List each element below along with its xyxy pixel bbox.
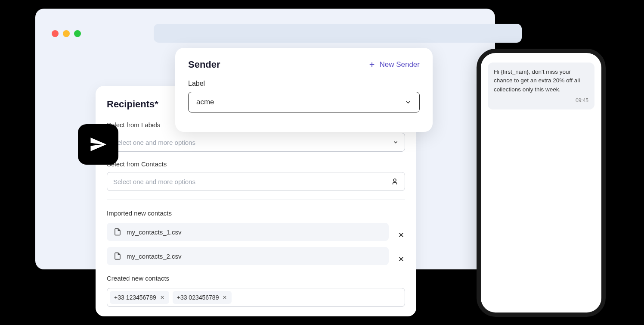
new-sender-label: New Sender	[379, 60, 420, 69]
close-icon[interactable]	[160, 295, 165, 300]
chevron-down-icon	[405, 99, 412, 106]
window-maximize-button[interactable]	[74, 30, 81, 37]
contacts-field-label: Select from Contacts	[107, 160, 405, 168]
contacts-select[interactable]: Select one and more options	[107, 172, 405, 191]
close-icon[interactable]	[397, 255, 405, 263]
svg-point-0	[393, 179, 396, 181]
close-icon[interactable]	[222, 295, 227, 300]
file-name-2: my_contacts_2.csv	[127, 253, 182, 260]
tag-value-2: +33 023456789	[177, 294, 219, 301]
message-text: Hi {first_nam}, don't miss your chance t…	[494, 68, 588, 94]
window-close-button[interactable]	[52, 30, 59, 37]
file-row-2: my_contacts_2.csv	[107, 247, 405, 271]
created-contacts-input[interactable]: +33 123456789 +33 023456789	[107, 288, 405, 307]
window-minimize-button[interactable]	[63, 30, 70, 37]
file-chip-2: my_contacts_2.csv	[107, 247, 389, 265]
contact-tag-2: +33 023456789	[173, 291, 232, 304]
send-icon	[89, 135, 107, 153]
divider	[107, 200, 405, 200]
sender-selected-value: acme	[196, 98, 214, 106]
imported-contacts-label: Imported new contacts	[107, 209, 405, 217]
file-icon	[114, 228, 121, 236]
sender-header: Sender New Sender	[188, 59, 420, 70]
tag-value-1: +33 123456789	[114, 294, 156, 301]
message-bubble: Hi {first_nam}, don't miss your chance t…	[488, 62, 594, 109]
new-sender-button[interactable]: New Sender	[368, 60, 420, 69]
plus-icon	[368, 61, 376, 69]
traffic-lights	[52, 30, 81, 37]
chevron-down-icon	[393, 139, 399, 145]
file-row-1: my_contacts_1.csv	[107, 223, 405, 247]
sender-field-label: Label	[188, 80, 420, 88]
close-icon[interactable]	[397, 231, 405, 239]
labels-select[interactable]: Select one and more options	[107, 133, 405, 152]
sender-card: Sender New Sender Label acme	[175, 48, 433, 132]
file-icon	[114, 252, 121, 260]
address-bar[interactable]	[154, 24, 522, 43]
file-name-1: my_contacts_1.csv	[127, 228, 182, 236]
send-badge	[78, 124, 118, 165]
sender-title: Sender	[188, 59, 220, 70]
contacts-placeholder: Select one and more options	[113, 178, 195, 185]
file-chip-1: my_contacts_1.csv	[107, 223, 389, 241]
person-icon	[391, 178, 399, 185]
message-time: 09:45	[494, 97, 588, 104]
labels-placeholder: Select one and more options	[113, 139, 195, 146]
created-contacts-label: Created new contacts	[107, 275, 405, 282]
sender-label-select[interactable]: acme	[188, 92, 420, 112]
contact-tag-1: +33 123456789	[110, 291, 169, 304]
phone-mockup: Hi {first_nam}, don't miss your chance t…	[477, 49, 606, 317]
